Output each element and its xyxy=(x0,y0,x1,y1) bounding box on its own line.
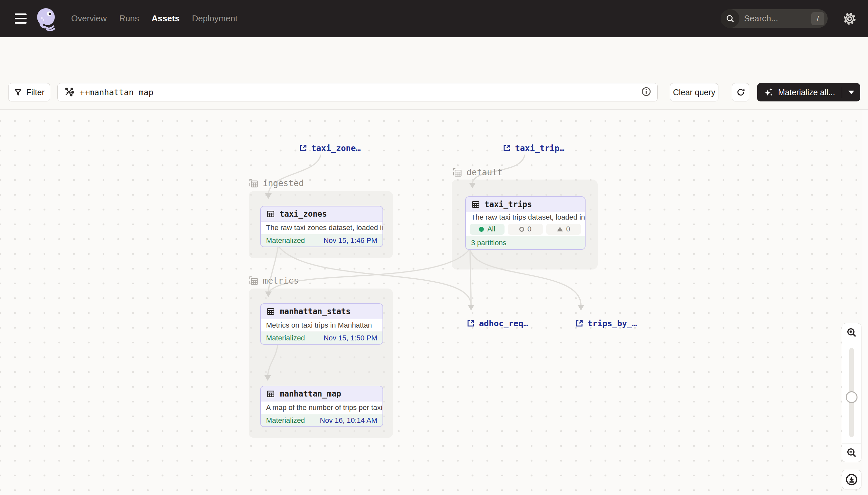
asset-node-manhattan-stats[interactable]: manhattan_stats Metrics on taxi trips in… xyxy=(260,303,383,345)
info-icon[interactable] xyxy=(641,86,652,98)
lineage-canvas[interactable]: ingested default metrics taxi_zone… xyxy=(0,109,863,495)
materialized-status: Materialized xyxy=(266,334,305,342)
external-asset-label: adhoc_req… xyxy=(479,319,529,328)
group-label-ingested[interactable]: ingested xyxy=(249,177,304,189)
nav-links: Overview Runs Assets Deployment xyxy=(71,0,237,37)
dagster-global-asset-lineage-screen: Overview Runs Assets Deployment / Global… xyxy=(0,0,868,495)
table-icon xyxy=(266,307,275,316)
asset-selection-input[interactable] xyxy=(74,88,641,97)
zoom-slider-knob[interactable] xyxy=(846,391,857,403)
materialized-status: Materialized xyxy=(266,416,305,425)
download-image-button[interactable] xyxy=(842,470,862,490)
asset-node-footer: Materialized Nov 15, 1:46 PM xyxy=(261,234,383,246)
failed-triangle-icon xyxy=(557,227,563,232)
sparkles-icon xyxy=(764,87,774,98)
filter-label: Filter xyxy=(26,88,45,97)
nav-item-runs[interactable]: Runs xyxy=(119,14,139,24)
nav-item-overview[interactable]: Overview xyxy=(71,14,107,24)
zoom-out-icon xyxy=(846,447,857,458)
asset-node-footer: Materialized Nov 16, 10:14 AM xyxy=(261,414,383,426)
search-input[interactable] xyxy=(739,14,811,24)
chevron-down-icon xyxy=(848,90,854,94)
search-icon xyxy=(721,9,739,28)
external-asset-link-taxi-trip[interactable]: taxi_trip… xyxy=(502,143,565,153)
asset-group-icon xyxy=(249,276,259,286)
success-dot-icon xyxy=(479,227,484,232)
download-icon xyxy=(845,473,858,486)
clear-query-button[interactable]: Clear query xyxy=(670,83,719,101)
asset-node-taxi-zones[interactable]: taxi_zones The raw taxi zones dataset, l… xyxy=(260,206,383,247)
materialized-timestamp[interactable]: Nov 16, 10:14 AM xyxy=(320,416,377,425)
partitions-missing-pill[interactable]: 0 xyxy=(508,224,543,235)
external-asset-link-adhoc-req[interactable]: adhoc_req… xyxy=(466,319,529,328)
asset-title: manhattan_stats xyxy=(280,307,351,316)
asset-node-header: manhattan_stats xyxy=(261,304,383,319)
partitions-failed-count: 0 xyxy=(566,225,570,233)
external-link-icon xyxy=(299,144,307,152)
group-name: default xyxy=(466,167,502,177)
dagster-logo-icon[interactable] xyxy=(35,7,57,31)
materialize-all-button[interactable]: Materialize all... xyxy=(757,83,860,101)
page-header: Global Asset Lineage Reload definitions xyxy=(0,37,868,78)
menu-icon[interactable] xyxy=(15,12,27,25)
zoom-controls xyxy=(842,323,862,462)
group-label-default[interactable]: default xyxy=(453,167,502,178)
materialize-options-dropdown[interactable] xyxy=(842,87,860,98)
zoom-in-button[interactable] xyxy=(842,323,861,342)
filter-button[interactable]: Filter xyxy=(8,83,50,101)
partitions-all-pill[interactable]: All xyxy=(470,224,504,235)
nav-item-assets[interactable]: Assets xyxy=(152,14,179,24)
top-nav: Overview Runs Assets Deployment / xyxy=(0,0,868,37)
asset-node-taxi-trips[interactable]: taxi_trips The raw taxi trips dataset, l… xyxy=(465,196,586,250)
group-label-metrics[interactable]: metrics xyxy=(249,275,299,286)
materialized-status: Materialized xyxy=(266,236,305,245)
asset-title: taxi_trips xyxy=(484,200,532,209)
partitions-all-label: All xyxy=(487,225,495,233)
asset-group-icon xyxy=(249,178,259,188)
zoom-out-button[interactable] xyxy=(842,443,861,462)
materialize-all-label: Materialize all... xyxy=(778,88,835,97)
nav-item-deployment[interactable]: Deployment xyxy=(192,14,237,24)
asset-title: manhattan_map xyxy=(280,389,341,398)
table-icon xyxy=(471,200,480,209)
filter-icon xyxy=(14,88,22,97)
lineage-toolbar: Filter Clear xyxy=(0,78,868,109)
external-asset-label: taxi_zone… xyxy=(311,143,361,153)
missing-ring-icon xyxy=(519,227,524,232)
canvas-scrollbar-gutter[interactable] xyxy=(863,109,868,495)
lineage-edges xyxy=(0,109,863,495)
refresh-icon xyxy=(736,88,745,97)
materialize-all-main[interactable]: Materialize all... xyxy=(757,87,842,98)
asset-node-header: taxi_trips xyxy=(466,197,585,212)
asset-node-manhattan-map[interactable]: manhattan_map A map of the number of tri… xyxy=(260,386,383,427)
external-asset-link-trips-by[interactable]: trips_by_… xyxy=(575,319,637,328)
refresh-graph-button[interactable] xyxy=(732,83,749,101)
search-box[interactable]: / xyxy=(721,9,828,28)
external-link-icon xyxy=(575,319,584,328)
partitions-count[interactable]: 3 partitions xyxy=(471,239,507,247)
table-icon xyxy=(266,209,275,219)
partitions-failed-pill[interactable]: 0 xyxy=(546,224,581,235)
partition-health-row: All 0 0 xyxy=(466,222,585,236)
gear-icon[interactable] xyxy=(843,12,857,26)
partitions-missing-count: 0 xyxy=(528,225,531,233)
asset-description: The raw taxi trips dataset, loaded into … xyxy=(466,212,585,222)
materialized-timestamp[interactable]: Nov 15, 1:46 PM xyxy=(323,236,377,245)
external-link-icon xyxy=(466,319,475,328)
asset-group-icon xyxy=(453,167,462,177)
asset-selection-input-box[interactable] xyxy=(57,83,658,101)
table-icon xyxy=(266,389,275,398)
group-name: ingested xyxy=(263,178,304,188)
external-link-icon xyxy=(502,144,511,152)
clear-query-label: Clear query xyxy=(673,88,715,97)
asset-description: A map of the number of trips per taxi z.… xyxy=(261,402,383,414)
asset-title: taxi_zones xyxy=(280,209,327,219)
search-shortcut-badge: / xyxy=(811,12,825,25)
materialized-timestamp[interactable]: Nov 15, 1:50 PM xyxy=(323,334,377,342)
zoom-slider[interactable] xyxy=(842,342,861,443)
external-asset-link-taxi-zone[interactable]: taxi_zone… xyxy=(299,143,361,153)
asset-selection-icon xyxy=(64,87,74,98)
asset-node-header: manhattan_map xyxy=(261,386,383,402)
asset-node-header: taxi_zones xyxy=(261,206,383,222)
external-asset-label: trips_by_… xyxy=(587,319,637,328)
